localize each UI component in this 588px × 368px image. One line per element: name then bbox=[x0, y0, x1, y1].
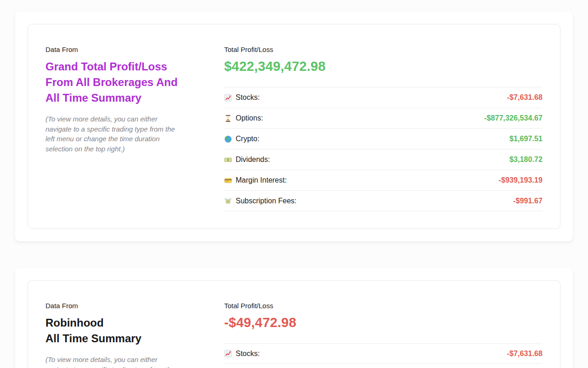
card-note-line: (To view more details, you can either bbox=[45, 114, 218, 124]
row-label: Stocks: bbox=[224, 350, 260, 358]
row-value: -$877,326,534.67 bbox=[484, 114, 543, 122]
card-note-line: navigate to a specific trading type from… bbox=[45, 365, 218, 368]
row-value: -$991.67 bbox=[513, 197, 543, 205]
row-value: $3,180.72 bbox=[509, 155, 543, 164]
row-label-text: Crypto: bbox=[236, 135, 260, 143]
row-label-text: Options: bbox=[236, 114, 263, 122]
data-from-label: Data From bbox=[45, 45, 218, 54]
total-profit-loss-label: Total Profit/Loss bbox=[224, 301, 543, 310]
card-left-column: Data From Grand Total Profit/Loss From A… bbox=[45, 45, 218, 211]
card-note-line: (To view more details, you can either bbox=[45, 355, 218, 365]
breakdown-row-subscription-fees: Subscription Fees: -$991.67 bbox=[224, 190, 543, 211]
row-value: -$7,631.68 bbox=[507, 93, 543, 102]
credit-card-icon bbox=[224, 177, 232, 184]
row-label-text: Dividends: bbox=[236, 155, 270, 164]
dollar-banknote-icon bbox=[224, 156, 232, 164]
card-right-column: Total Profit/Loss -$49,472.98 Stocks: -$… bbox=[224, 301, 543, 368]
breakdown-row-dividends: Dividends: $3,180.72 bbox=[224, 149, 543, 170]
row-value: -$7,631.68 bbox=[507, 350, 543, 358]
row-label-text: Stocks: bbox=[236, 350, 260, 358]
total-profit-loss-label: Total Profit/Loss bbox=[224, 45, 543, 54]
summary-section-robinhood: Data From Robinhood All Time Summary (To… bbox=[15, 268, 573, 368]
row-label: Options: bbox=[224, 114, 263, 122]
total-profit-loss-value: -$49,472.98 bbox=[224, 314, 543, 331]
card-title-line: From All Brokerages And bbox=[45, 75, 218, 90]
card-note-line: navigate to a specific trading type from… bbox=[45, 124, 218, 134]
chart-increasing-icon bbox=[224, 94, 232, 102]
summary-section-grand-total: Data From Grand Total Profit/Loss From A… bbox=[15, 12, 573, 242]
card-note: (To view more details, you can either na… bbox=[45, 114, 218, 154]
summary-card: Data From Grand Total Profit/Loss From A… bbox=[28, 24, 560, 229]
breakdown-table: Stocks: -$7,631.68 Options: -$877,326,53… bbox=[224, 87, 543, 211]
breakdown-row-margin-interest: Margin Interest: -$939,193.19 bbox=[224, 170, 543, 190]
card-title-line: All Time Summary bbox=[45, 90, 218, 106]
data-from-label: Data From bbox=[45, 301, 218, 310]
row-label-text: Margin Interest: bbox=[236, 176, 287, 184]
card-note-line: left menu or change the time duration bbox=[45, 134, 218, 144]
card-title: Grand Total Profit/Loss From All Brokera… bbox=[45, 59, 218, 106]
breakdown-row-crypto: Crypto: $1,697.51 bbox=[224, 128, 543, 149]
chart-increasing-icon bbox=[224, 350, 232, 357]
breakdown-row-stocks: Stocks: -$7,631.68 bbox=[224, 87, 543, 108]
breakdown-row-options: Options: -$877,326,534.67 bbox=[224, 108, 543, 128]
money-with-wings-icon bbox=[224, 197, 232, 205]
total-profit-loss-value: $422,349,472.98 bbox=[224, 58, 543, 75]
breakdown-table: Stocks: -$7,631.68 bbox=[224, 343, 543, 364]
row-label: Dividends: bbox=[224, 155, 270, 164]
card-title-line: All Time Summary bbox=[45, 331, 218, 346]
row-label: Crypto: bbox=[224, 135, 260, 143]
card-title-line: Robinhood bbox=[45, 315, 218, 331]
row-label: Margin Interest: bbox=[224, 176, 287, 184]
card-right-column: Total Profit/Loss $422,349,472.98 Stocks… bbox=[224, 45, 543, 211]
globe-icon bbox=[224, 135, 232, 143]
card-note-line: selection on the top right.) bbox=[45, 144, 218, 154]
summary-card: Data From Robinhood All Time Summary (To… bbox=[28, 280, 560, 368]
card-left-column: Data From Robinhood All Time Summary (To… bbox=[45, 301, 218, 368]
card-note: (To view more details, you can either na… bbox=[45, 355, 218, 368]
row-label-text: Stocks: bbox=[236, 93, 260, 102]
row-label: Subscription Fees: bbox=[224, 197, 297, 205]
hourglass-icon bbox=[224, 115, 232, 122]
card-title-line: Grand Total Profit/Loss bbox=[45, 59, 218, 75]
breakdown-row-stocks: Stocks: -$7,631.68 bbox=[224, 343, 543, 364]
row-value: -$939,193.19 bbox=[498, 176, 543, 184]
row-label: Stocks: bbox=[224, 93, 260, 102]
card-title: Robinhood All Time Summary bbox=[45, 315, 218, 346]
row-label-text: Subscription Fees: bbox=[236, 197, 297, 205]
row-value: $1,697.51 bbox=[509, 135, 543, 143]
